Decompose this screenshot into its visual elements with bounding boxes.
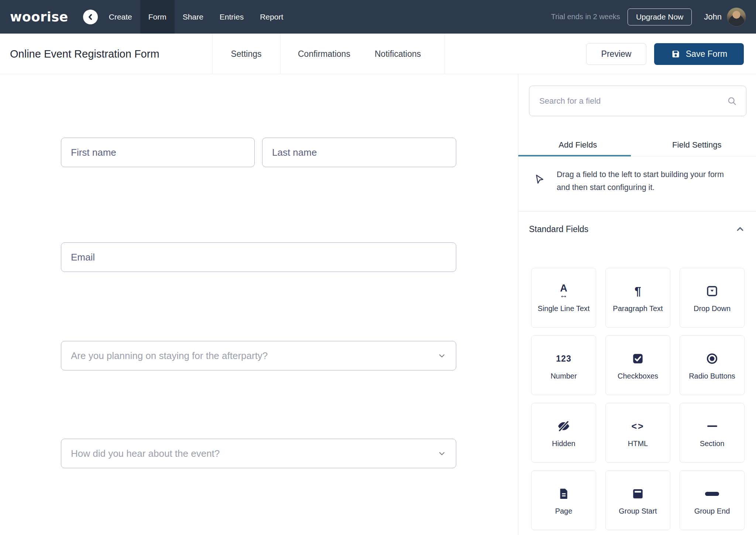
first-name-input[interactable] — [61, 138, 255, 167]
page-title: Online Event Registration Form — [10, 34, 159, 74]
group-end-icon — [705, 484, 719, 503]
standard-fields-title: Standard Fields — [529, 224, 588, 234]
trial-status-text: Trial ends in 2 weeks — [551, 13, 620, 21]
field-tile-group-end[interactable]: Group End — [680, 470, 745, 530]
group-start-icon — [631, 484, 645, 503]
select-placeholder: How did you hear about the event? — [71, 448, 220, 459]
chevron-down-icon — [437, 449, 446, 458]
hear-about-select[interactable]: How did you hear about the event? — [61, 439, 456, 468]
field-tile-label: Single Line Text — [538, 304, 590, 313]
nav-item-report[interactable]: Report — [252, 0, 291, 34]
search-icon[interactable] — [727, 96, 737, 106]
user-avatar[interactable] — [727, 7, 746, 27]
field-tile-label: Page — [555, 507, 573, 515]
field-tile-number[interactable]: 123 Number — [531, 335, 596, 395]
number-icon: 123 — [556, 349, 571, 368]
back-button[interactable] — [83, 10, 98, 24]
select-placeholder: Are you planning on staying for the afte… — [71, 350, 268, 362]
field-tile-group-start[interactable]: Group Start — [605, 470, 670, 530]
field-tile-single-line-text[interactable]: A↔ Single Line Text — [531, 268, 596, 328]
chevron-up-icon[interactable] — [735, 224, 746, 235]
tab-field-settings[interactable]: Field Settings — [638, 134, 756, 156]
tab-settings[interactable]: Settings — [212, 34, 280, 74]
field-tile-label: Group Start — [619, 507, 657, 515]
field-tile-label: Group End — [694, 507, 730, 515]
afterparty-select[interactable]: Are you planning on staying for the afte… — [61, 341, 456, 370]
save-icon — [671, 49, 681, 59]
chevron-left-icon — [86, 13, 94, 21]
field-tile-label: Number — [550, 372, 577, 380]
drag-hint-text: Drag a field to the left to start buildi… — [557, 168, 728, 194]
tab-notifications[interactable]: Notifications — [375, 34, 421, 74]
drag-hint: Drag a field to the left to start buildi… — [534, 168, 740, 194]
divider — [518, 211, 756, 211]
standard-fields-header[interactable]: Standard Fields — [529, 221, 746, 237]
search-input[interactable] — [529, 96, 727, 106]
hidden-icon — [557, 417, 571, 436]
divider — [280, 34, 281, 74]
woorise-logo: woorise — [10, 10, 68, 24]
user-name[interactable]: John — [704, 12, 722, 22]
toolbar-actions: Preview Save Form — [586, 34, 744, 74]
field-tile-radio-buttons[interactable]: Radio Buttons — [680, 335, 745, 395]
field-tile-html[interactable]: <> HTML — [605, 403, 670, 463]
nav-item-form[interactable]: Form — [140, 0, 175, 34]
upgrade-now-button[interactable]: Upgrade Now — [628, 8, 692, 25]
chevron-down-icon — [437, 351, 446, 360]
nav-right: Trial ends in 2 weeks Upgrade Now John — [551, 7, 746, 27]
field-tile-label: Radio Buttons — [689, 372, 735, 380]
paragraph-text-icon: ¶ — [635, 282, 641, 301]
single-line-text-icon: A↔ — [560, 282, 568, 301]
preview-button[interactable]: Preview — [586, 43, 646, 65]
field-tile-label: HTML — [628, 439, 648, 448]
field-tile-page[interactable]: Page — [531, 470, 596, 530]
html-icon: <> — [631, 417, 644, 436]
field-search[interactable] — [529, 86, 746, 116]
field-tile-paragraph-text[interactable]: ¶ Paragraph Text — [605, 268, 670, 328]
form-canvas: Are you planning on staying for the afte… — [0, 74, 518, 535]
tab-add-fields[interactable]: Add Fields — [518, 134, 638, 156]
section-icon — [707, 417, 717, 436]
drop-down-icon — [705, 282, 719, 301]
field-tile-label: Hidden — [552, 439, 575, 448]
standard-fields-grid: A↔ Single Line Text ¶ Paragraph Text Dro… — [531, 268, 745, 530]
page-icon — [557, 484, 570, 503]
cursor-icon — [534, 173, 546, 194]
field-tile-section[interactable]: Section — [680, 403, 745, 463]
field-tile-label: Drop Down — [694, 304, 731, 313]
field-tile-label: Paragraph Text — [613, 304, 663, 313]
nav-item-entries[interactable]: Entries — [212, 0, 252, 34]
field-tile-drop-down[interactable]: Drop Down — [680, 268, 745, 328]
panel-tabs: Add Fields Field Settings — [518, 134, 756, 156]
field-tile-label: Checkboxes — [618, 372, 658, 380]
form-toolbar: Online Event Registration Form Settings … — [0, 34, 756, 74]
field-tile-checkboxes[interactable]: Checkboxes — [605, 335, 670, 395]
main-menu: Create Form Share Entries Report — [101, 0, 291, 34]
field-panel: Add Fields Field Settings Drag a field t… — [518, 74, 756, 535]
last-name-input[interactable] — [262, 138, 456, 167]
field-tile-label: Section — [700, 439, 725, 448]
field-tile-hidden[interactable]: Hidden — [531, 403, 596, 463]
save-form-button[interactable]: Save Form — [654, 43, 744, 65]
active-tab-underline — [518, 155, 631, 156]
email-input[interactable] — [61, 242, 456, 272]
nav-item-share[interactable]: Share — [175, 0, 212, 34]
divider — [444, 34, 445, 74]
top-nav: woorise Create Form Share Entries Report… — [0, 0, 756, 34]
nav-item-create[interactable]: Create — [101, 0, 140, 34]
tab-confirmations[interactable]: Confirmations — [298, 34, 350, 74]
checkboxes-icon — [631, 349, 645, 368]
radio-buttons-icon — [705, 349, 719, 368]
save-button-label: Save Form — [686, 49, 727, 59]
